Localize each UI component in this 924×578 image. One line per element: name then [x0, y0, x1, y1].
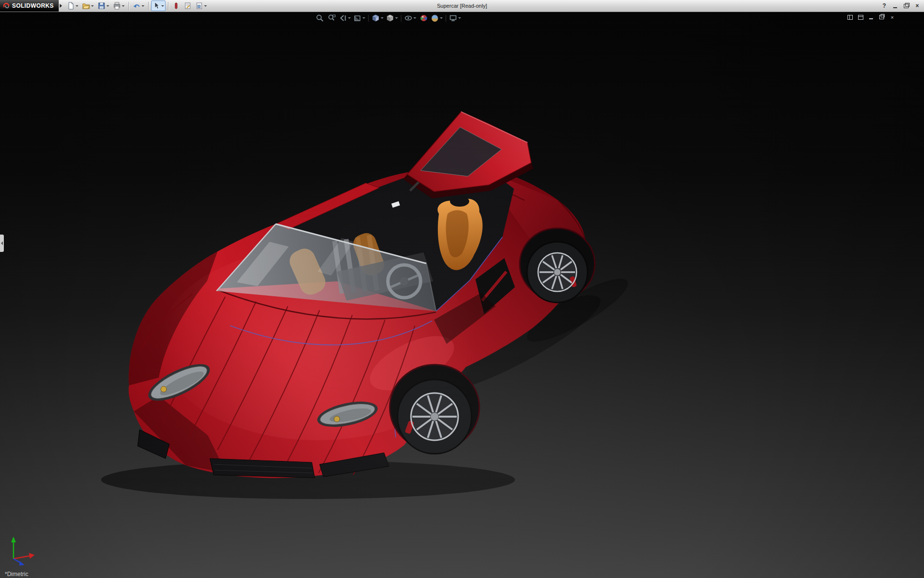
dropdown-caret-icon: [381, 17, 384, 19]
view-orientation-icon: [372, 14, 380, 22]
save-button[interactable]: [96, 0, 111, 11]
dropdown-caret-icon: [141, 5, 144, 7]
solidworks-logo[interactable]: SOLIDWORKS: [0, 0, 59, 12]
doc-cascade-button[interactable]: [846, 14, 854, 20]
restore-icon: [904, 4, 909, 8]
print-button[interactable]: [112, 0, 126, 11]
new-document-icon: [67, 2, 75, 10]
toolbar-separator: [446, 15, 446, 22]
edit-appearance-icon: [420, 14, 428, 22]
restore-button[interactable]: [901, 2, 911, 10]
sketch-options-icon: [184, 2, 192, 10]
doc-minimize-icon: [869, 18, 873, 19]
save-icon: [98, 2, 105, 10]
document-window-controls: ×: [846, 14, 896, 20]
doc-restore-icon: [879, 15, 884, 19]
zoom-to-fit-icon: [316, 14, 324, 22]
cascade-icon: [847, 15, 853, 20]
window-controls: ? ×: [883, 0, 922, 12]
car-model[interactable]: [0, 12, 924, 578]
dropdown-caret-icon: [122, 5, 125, 7]
dropdown-caret-icon: [161, 5, 164, 7]
xpress-products-button[interactable]: [171, 0, 181, 11]
doc-tile-button[interactable]: [857, 14, 864, 20]
view-settings-button[interactable]: [448, 13, 462, 23]
display-style-icon: [386, 14, 394, 22]
standard-toolbar: [65, 0, 209, 12]
zoom-to-area-icon: [328, 14, 336, 22]
close-button[interactable]: ×: [912, 2, 922, 10]
edit-appearance-button[interactable]: [418, 13, 429, 23]
view-orientation-button[interactable]: [371, 13, 385, 23]
dropdown-caret-icon: [362, 17, 365, 19]
graphics-area[interactable]: × *Dimetric: [0, 12, 924, 578]
zoom-to-area-button[interactable]: [326, 13, 337, 23]
toolbar-separator: [148, 2, 149, 10]
view-settings-icon: [449, 14, 457, 22]
brand-text: SOLIDWORKS: [12, 2, 54, 9]
title-bar: SOLIDWORKS: [0, 0, 924, 12]
print-icon: [113, 2, 121, 10]
feature-panel-handle[interactable]: [0, 235, 4, 252]
dropdown-caret-icon: [348, 17, 351, 19]
dropdown-caret-icon: [413, 17, 416, 19]
zoom-to-fit-button[interactable]: [314, 13, 325, 23]
dropdown-caret-icon: [106, 5, 109, 7]
select-icon: [153, 2, 160, 10]
toolbar-separator: [401, 15, 401, 22]
dropdown-caret-icon: [458, 17, 461, 19]
doc-close-button[interactable]: ×: [888, 14, 896, 20]
dassault-logo-icon: [3, 2, 10, 10]
toolbar-separator: [368, 15, 369, 22]
menu-expand-icon[interactable]: [60, 4, 62, 8]
view-orientation-label: *Dimetric: [5, 571, 28, 578]
section-view-button[interactable]: [352, 13, 366, 23]
open-icon: [82, 2, 90, 10]
open-button[interactable]: [81, 0, 95, 11]
document-properties-icon: [195, 2, 203, 10]
help-button[interactable]: ?: [883, 2, 886, 9]
dropdown-caret-icon: [76, 5, 78, 7]
minimize-button[interactable]: [890, 2, 900, 10]
new-document-button[interactable]: [65, 0, 80, 11]
select-button[interactable]: [151, 0, 166, 11]
apply-scene-icon: [431, 14, 439, 22]
undo-button[interactable]: [131, 0, 146, 11]
previous-view-button[interactable]: [338, 13, 352, 23]
undo-icon: [133, 2, 141, 10]
doc-restore-button[interactable]: [878, 14, 886, 20]
heads-up-view-toolbar: [314, 13, 462, 23]
display-style-button[interactable]: [385, 13, 399, 23]
dropdown-caret-icon: [395, 17, 398, 19]
toolbar-separator: [168, 2, 168, 10]
minimize-icon: [893, 7, 897, 8]
dropdown-caret-icon: [440, 17, 443, 19]
reference-triad: [7, 534, 40, 567]
dropdown-caret-icon: [204, 5, 207, 7]
collapse-arrow-icon: [1, 241, 3, 245]
toolbar-separator: [128, 2, 129, 10]
xpress-products-icon: [172, 2, 180, 10]
document-properties-button[interactable]: [194, 0, 208, 11]
sketch-options-button[interactable]: [182, 0, 193, 11]
doc-minimize-button[interactable]: [867, 14, 875, 20]
previous-view-icon: [339, 14, 347, 22]
apply-scene-button[interactable]: [430, 13, 444, 23]
hide-show-items-icon: [404, 14, 412, 22]
section-view-icon: [353, 14, 361, 22]
document-title: Supercar [Read-only]: [437, 0, 487, 12]
tile-icon: [858, 15, 863, 20]
hide-show-items-button[interactable]: [403, 13, 417, 23]
dropdown-caret-icon: [91, 5, 94, 7]
